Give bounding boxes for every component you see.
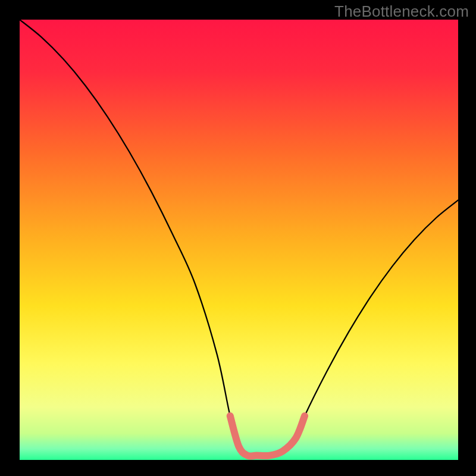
- chart-frame: TheBottleneck.com: [0, 0, 476, 476]
- watermark-text: TheBottleneck.com: [334, 2, 469, 21]
- bottleneck-chart: [0, 0, 476, 476]
